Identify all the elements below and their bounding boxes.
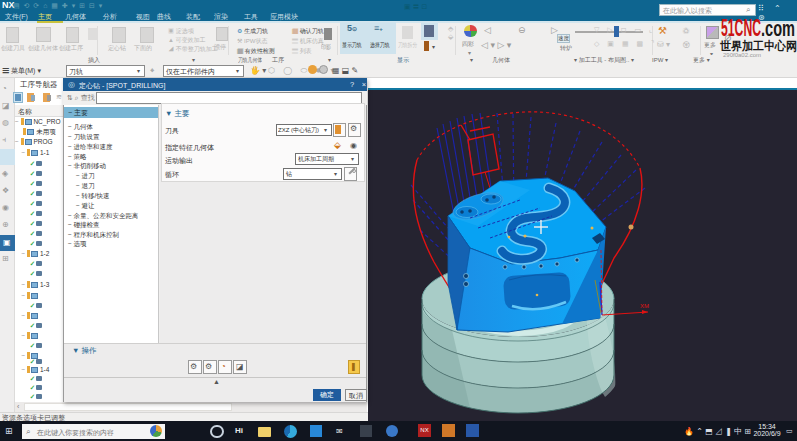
svg-text:世界加工中心网: 世界加工中心网 [720, 39, 797, 53]
svg-text:⊘: ⊘ [724, 33, 732, 43]
svg-text:290f0a02.com: 290f0a02.com [723, 52, 761, 58]
svg-text:.com: .com [761, 16, 795, 41]
svg-text:XM: XM [640, 303, 649, 309]
